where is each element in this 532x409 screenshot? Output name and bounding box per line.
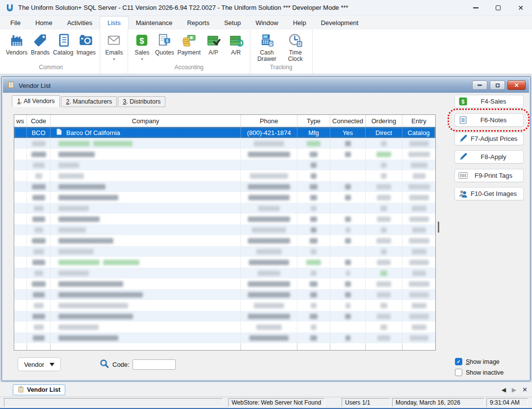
table-row-redacted[interactable] xyxy=(14,332,435,343)
ribbon-button-payment[interactable]: Payment xyxy=(176,32,202,56)
redacted-text xyxy=(248,195,290,200)
table-row-redacted[interactable] xyxy=(14,300,435,311)
code-search-input[interactable] xyxy=(133,359,176,370)
column-header-phone[interactable]: Phone xyxy=(241,115,297,127)
redacted-text xyxy=(307,141,320,146)
cell-redacted xyxy=(366,311,402,322)
column-header-company[interactable]: Company xyxy=(51,115,241,127)
f4-sales-button[interactable]: $F4-Sales xyxy=(454,95,524,108)
table-row-redacted[interactable] xyxy=(14,257,435,268)
column-header-ordering[interactable]: Ordering xyxy=(366,115,402,127)
cell-redacted xyxy=(297,289,330,300)
tab-nav-prev-icon[interactable]: ◀ xyxy=(502,386,506,393)
ribbon-button-quotes[interactable]: $Quotes xyxy=(153,32,176,56)
table-row-redacted[interactable] xyxy=(14,311,435,322)
checkbox-show-inactive[interactable]: Show inactive xyxy=(455,369,504,376)
taskbar-tab-vendor-list[interactable]: Vendor List xyxy=(13,384,65,395)
table-row-redacted[interactable] xyxy=(14,268,435,278)
menu-item-setup[interactable]: Setup xyxy=(217,16,248,29)
vendor-filter-dropdown[interactable]: Vendor xyxy=(18,357,61,371)
menu-item-reports[interactable]: Reports xyxy=(180,16,217,29)
table-row-redacted[interactable] xyxy=(14,181,435,192)
ribbon-button-catalog[interactable]: Catalog xyxy=(52,32,75,56)
vendor-close-button[interactable]: ✕ xyxy=(507,81,526,90)
taskbar-tab-label: Vendor List xyxy=(27,386,60,393)
table-row-redacted[interactable] xyxy=(14,289,435,300)
table-row-redacted[interactable] xyxy=(14,246,435,257)
ribbon-button-images[interactable]: Images xyxy=(75,32,97,56)
redacted-text xyxy=(248,314,290,319)
menu-item-help[interactable]: Help xyxy=(286,16,314,29)
redacted-text xyxy=(33,163,45,168)
f10-get-images-button[interactable]: F10-Get Images xyxy=(454,187,524,200)
menu-item-activities[interactable]: Activities xyxy=(60,16,100,29)
cell-redacted xyxy=(51,332,241,343)
tab-manufacturers[interactable]: 2. Manufacturers xyxy=(61,96,117,107)
redacted-text xyxy=(345,141,351,146)
menu-item-window[interactable]: Window xyxy=(248,16,286,29)
table-row-redacted[interactable] xyxy=(14,160,435,170)
table-row-selected[interactable]: BCOBarco Of California(800)-421-1874MfgY… xyxy=(14,127,435,138)
checkbox-checked-icon[interactable]: ✓ xyxy=(455,358,462,365)
minimize-button[interactable] xyxy=(464,0,487,16)
vendor-list-body: 1. All Vendors2. Manufacturers3. Distrib… xyxy=(3,93,529,380)
maximize-button[interactable] xyxy=(487,0,509,16)
cell-redacted xyxy=(241,311,297,322)
tab-distributors[interactable]: 3. Distributors xyxy=(118,96,165,107)
column-header-code[interactable]: Code xyxy=(27,115,51,127)
ribbon-button-brands[interactable]: Brands xyxy=(29,32,52,56)
ribbon-button-sales[interactable]: $Sales▼ xyxy=(131,32,153,61)
cell-redacted xyxy=(241,138,297,149)
column-header-connected[interactable]: Connected xyxy=(330,115,366,127)
tab-nav-close-icon[interactable]: ✕ xyxy=(522,386,528,393)
f8-apply-button[interactable]: F8-Apply xyxy=(454,150,524,164)
tab-nav-next-icon[interactable]: ▶ xyxy=(512,386,516,393)
window-title: The Uniform Solution+ SQL Server - C11 V… xyxy=(18,4,348,11)
checkbox-unchecked-icon[interactable] xyxy=(455,369,462,376)
table-row-redacted[interactable] xyxy=(14,170,435,181)
f9-print-tags-button[interactable]: F9-Print Tags xyxy=(454,169,524,182)
menu-item-development[interactable]: Development xyxy=(314,16,366,29)
menu-item-maintenance[interactable]: Maintenance xyxy=(129,16,180,29)
ribbon-button-emails[interactable]: Emails▼ xyxy=(103,32,125,61)
f7-adjust-prices-button[interactable]: F7-Adjust Prices xyxy=(454,132,524,145)
table-row-redacted[interactable] xyxy=(14,322,435,332)
cell-redacted xyxy=(297,149,330,160)
action-button-label: F9-Print Tags xyxy=(471,172,523,179)
menu-item-home[interactable]: Home xyxy=(28,16,60,29)
cell-redacted xyxy=(51,149,241,160)
cell-ws xyxy=(14,138,27,149)
cell-redacted xyxy=(366,332,402,343)
table-row-redacted[interactable] xyxy=(14,214,435,224)
redacted-text xyxy=(345,195,351,200)
column-header-entry[interactable]: Entry xyxy=(402,115,435,127)
cell-redacted xyxy=(366,192,402,203)
table-row-redacted[interactable] xyxy=(14,138,435,149)
column-header-ws[interactable]: ws xyxy=(14,115,27,127)
table-row-redacted[interactable] xyxy=(14,203,435,214)
checkbox-show-image[interactable]: ✓Show image xyxy=(455,358,500,365)
table-row-redacted[interactable] xyxy=(14,235,435,246)
vendor-minimize-button[interactable] xyxy=(472,81,487,90)
table-row-redacted[interactable] xyxy=(14,278,435,289)
close-button[interactable]: ✕ xyxy=(509,0,532,16)
table-row-redacted[interactable] xyxy=(14,149,435,160)
menu-item-lists[interactable]: Lists xyxy=(100,16,129,29)
ribbon-button-cash-drawer[interactable]: Cash Drawer xyxy=(253,32,281,63)
redacted-text xyxy=(346,335,350,341)
cell-redacted xyxy=(330,149,366,160)
vertical-scrollbar-thumb[interactable] xyxy=(438,221,439,233)
ribbon-button-a-p[interactable]: A/P xyxy=(202,32,225,56)
ribbon-button-a-r[interactable]: A/R xyxy=(225,32,247,56)
cell-redacted xyxy=(241,300,297,311)
ribbon-button-time-clock[interactable]: Time Clock xyxy=(281,32,310,63)
column-header-type[interactable]: Type xyxy=(297,115,330,127)
table-row-redacted[interactable] xyxy=(14,192,435,203)
f6-notes-button[interactable]: F6-Notes xyxy=(454,113,524,127)
tab-all-vendors[interactable]: 1. All Vendors xyxy=(12,95,60,107)
menu-item-file[interactable]: File xyxy=(3,16,28,29)
vendor-restore-button[interactable] xyxy=(490,81,505,90)
ribbon-button-vendors[interactable]: Vendors xyxy=(4,32,29,56)
cell-redacted xyxy=(51,203,241,214)
table-row-redacted[interactable] xyxy=(14,224,435,235)
